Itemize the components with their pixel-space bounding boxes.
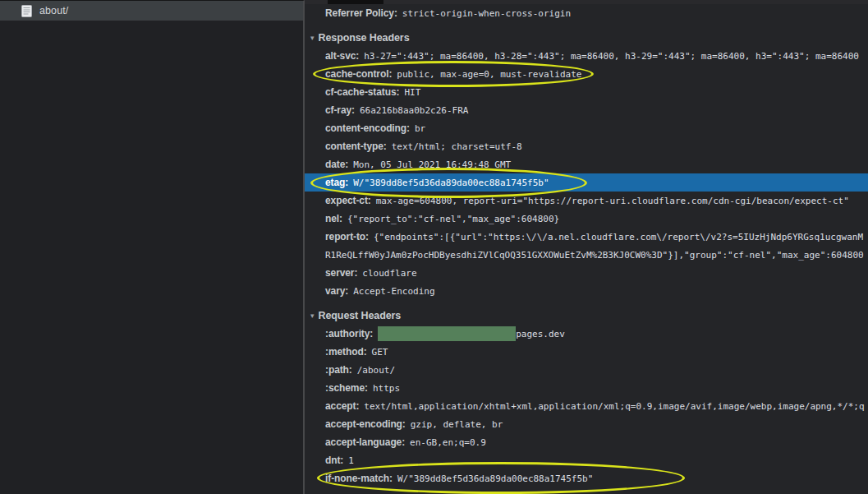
header-value: HIT	[404, 87, 420, 98]
header-row-etag[interactable]: etag:W/"389dd8ef5d36da89da00ec88a1745f5b…	[305, 173, 868, 192]
request-item-label: about/	[39, 5, 68, 16]
header-row-content-type[interactable]: content-type:text/html; charset=utf-8	[305, 137, 868, 155]
header-name: accept-encoding:	[325, 418, 406, 430]
header-name: server:	[325, 267, 357, 279]
header-value: strict-origin-when-cross-origin	[402, 8, 571, 19]
section-title: Response Headers	[319, 32, 410, 44]
document-icon	[21, 5, 32, 17]
header-row-date[interactable]: date:Mon, 05 Jul 2021 16:49:48 GMT	[305, 155, 868, 173]
header-name: :scheme:	[325, 382, 368, 394]
header-name: accept:	[325, 400, 359, 412]
headers-detail-panel: Referrer Policy:strict-origin-when-cross…	[305, 0, 868, 494]
header-row-if-none-match[interactable]: if-none-match:W/"389dd8ef5d36da89da00ec8…	[305, 469, 868, 487]
header-value: h3-27=":443"; ma=86400, h3-28=":443"; ma…	[364, 51, 859, 62]
header-name: content-encoding:	[325, 122, 410, 134]
header-row-accept-encoding[interactable]: accept-encoding:gzip, deflate, br	[305, 415, 868, 433]
header-value: Accept-Encoding	[353, 286, 434, 297]
header-name: cf-ray:	[325, 104, 355, 116]
header-name: date:	[325, 159, 348, 170]
header-row-nel[interactable]: nel:{"report_to":"cf-nel","max_age":6048…	[305, 210, 868, 228]
header-name: report-to:	[325, 231, 369, 242]
header-name: content-type:	[325, 141, 387, 152]
section-header-request-headers[interactable]: ▾Request Headers	[305, 307, 868, 325]
header-name: alt-svc:	[325, 50, 359, 62]
header-name: Referrer Policy:	[325, 7, 397, 19]
header-value: text/html,application/xhtml+xml,applicat…	[364, 401, 864, 412]
header-name: vary:	[325, 285, 348, 297]
header-value: W/"389dd8ef5d36da89da00ec88a1745f5b"	[397, 473, 593, 484]
chevron-down-icon: ▾	[310, 312, 315, 320]
header-value: 66a216b8aa0b2c26-FRA	[360, 105, 468, 116]
header-value: /about/	[357, 365, 395, 376]
header-value: public, max-age=0, must-revalidate	[397, 69, 581, 80]
devtools-network-panel: about/ Referrer Policy:strict-origin-whe…	[0, 0, 868, 494]
header-name: nel:	[325, 213, 342, 224]
header-value: Mon, 05 Jul 2021 16:49:48 GMT	[353, 159, 511, 170]
header-row-authority[interactable]: :authority:pages.dev	[305, 325, 868, 343]
header-row-content-encoding[interactable]: content-encoding:br	[305, 119, 868, 137]
header-row-dnt[interactable]: dnt:1	[305, 451, 868, 469]
section-title: Request Headers	[319, 310, 402, 321]
header-value: br	[415, 123, 425, 134]
header-value: max-age=604800, report-uri="https://repo…	[376, 196, 849, 206]
header-row-cf-cache-status[interactable]: cf-cache-status:HIT	[305, 83, 868, 101]
header-name: dnt:	[325, 455, 343, 466]
header-row-expect-ct[interactable]: expect-ct:max-age=604800, report-uri="ht…	[305, 192, 868, 210]
header-name: etag:	[325, 177, 348, 188]
header-value: text/html; charset=utf-8	[392, 141, 522, 152]
headers-list: Referrer Policy:strict-origin-when-cross…	[305, 4, 868, 487]
section-header-response-headers[interactable]: ▾Response Headers	[305, 29, 868, 47]
header-value: GET	[372, 347, 388, 358]
request-item-about[interactable]: about/	[0, 1, 303, 21]
header-name: accept-language:	[325, 436, 405, 448]
top-scrollbar-thumb[interactable]	[328, 0, 383, 4]
header-row-cf-ray[interactable]: cf-ray:66a216b8aa0b2c26-FRA	[305, 101, 868, 119]
header-value: {"endpoints":[{"url":"https:\/\/a.nel.cl…	[374, 232, 863, 242]
panel-top-strip	[305, 0, 868, 4]
redaction-box	[378, 326, 516, 341]
header-row-cache-control[interactable]: cache-control:public, max-age=0, must-re…	[305, 65, 868, 83]
header-value: en-GB,en;q=0.9	[410, 437, 486, 448]
header-value: pages.dev	[516, 329, 565, 339]
header-name: if-none-match:	[325, 473, 393, 484]
header-value: cloudflare	[362, 268, 416, 279]
header-row-server[interactable]: server:cloudflare	[305, 264, 868, 282]
header-name: cache-control:	[325, 68, 392, 80]
chevron-down-icon: ▾	[310, 34, 315, 42]
request-list-sidebar: about/	[0, 0, 305, 494]
header-value: {"report_to":"cf-nel","max_age":604800}	[347, 214, 559, 224]
header-row-accept[interactable]: accept:text/html,application/xhtml+xml,a…	[305, 397, 868, 415]
header-row-alt-svc[interactable]: alt-svc:h3-27=":443"; ma=86400, h3-28=":…	[305, 47, 868, 65]
header-row-scheme[interactable]: :scheme:https	[305, 379, 868, 397]
header-value: https	[373, 383, 400, 394]
header-value: gzip, deflate, br	[411, 419, 503, 430]
header-value: 1	[348, 455, 354, 466]
header-row-vary[interactable]: vary:Accept-Encoding	[305, 282, 868, 300]
header-value-continuation: R1ReQLffW0yJAm0zPocHDByesdhiZVlCqOQ351GX…	[325, 250, 864, 261]
header-row-path[interactable]: :path:/about/	[305, 361, 868, 379]
header-row-report-to-continuation: R1ReQLffW0yJAm0zPocHDByesdhiZVlCqOQ351GX…	[305, 246, 868, 264]
header-value: W/"389dd8ef5d36da89da00ec88a1745f5b"	[353, 178, 549, 188]
header-name: :method:	[325, 346, 367, 358]
header-name: :authority:	[325, 328, 373, 339]
header-name: expect-ct:	[325, 195, 371, 206]
header-row-report-to[interactable]: report-to:{"endpoints":[{"url":"https:\/…	[305, 228, 868, 246]
header-row-method[interactable]: :method:GET	[305, 343, 868, 361]
header-row-referrer-policy[interactable]: Referrer Policy:strict-origin-when-cross…	[305, 4, 868, 22]
header-name: cf-cache-status:	[325, 86, 399, 98]
header-name: :path:	[325, 364, 352, 376]
header-row-accept-language[interactable]: accept-language:en-GB,en;q=0.9	[305, 433, 868, 451]
